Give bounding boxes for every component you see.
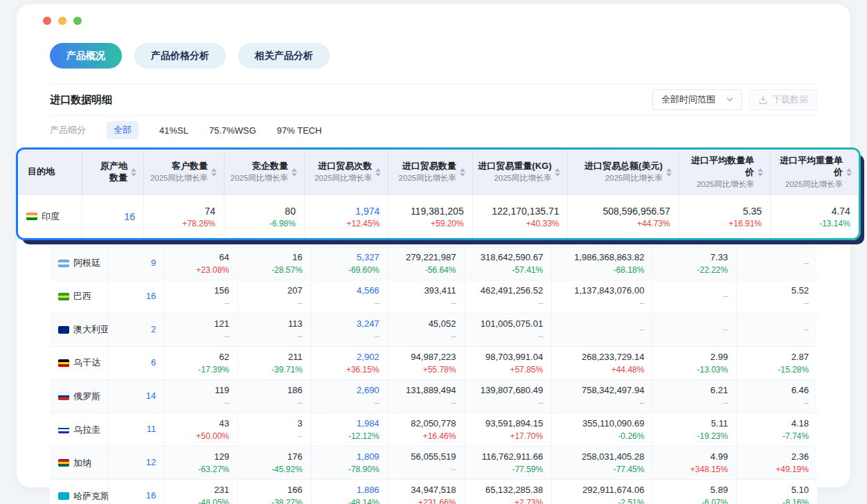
tab-1[interactable]: 产品概况 — [50, 43, 122, 69]
sort-asc-icon — [846, 168, 852, 172]
cell-value: 4.99 — [710, 451, 728, 464]
origin-count-link[interactable]: 16 — [146, 489, 156, 503]
cell-value: 211 — [288, 351, 303, 364]
tab-2[interactable]: 产品价格分析 — [134, 43, 226, 69]
column-header-text: 数量 — [100, 172, 127, 184]
trade-count-link[interactable]: 1,974 — [355, 204, 379, 218]
data-cell: 186– — [238, 380, 312, 413]
filter-option-1[interactable]: 全部 — [107, 121, 138, 139]
column-header-label: 原产地数量 — [100, 161, 127, 184]
app-window: 产品概况产品价格分析相关产品分析 进口数据明细 全部时间范围 下载数据 — [17, 4, 850, 487]
cell-value: 279,221,987 — [406, 251, 456, 264]
column-subheader-text: 2025同比增长率 — [399, 172, 456, 183]
destination-cell: 阿根廷 — [50, 247, 109, 280]
maximize-window-icon[interactable] — [73, 17, 82, 25]
trade-count-link[interactable]: 5,327 — [357, 251, 379, 264]
origin-count-link[interactable]: 6 — [151, 357, 156, 370]
trade-count-link[interactable]: 2,690 — [357, 384, 379, 397]
trade-count-link[interactable]: 2,902 — [357, 351, 379, 364]
data-cell: 113– — [238, 314, 312, 346]
minimize-window-icon[interactable] — [58, 17, 66, 25]
cell-change: +50.00% — [196, 431, 229, 442]
sort-icon[interactable] — [555, 168, 560, 177]
column-subheader-text: 2025同比增长率 — [683, 179, 754, 190]
cell-change: +16.91% — [729, 218, 762, 229]
sort-desc-icon — [758, 173, 763, 177]
sort-icon[interactable] — [758, 168, 763, 177]
filter-option-4[interactable]: 97% TECH — [277, 125, 322, 136]
data-cell: 65,132,285.38+2.73% — [465, 480, 552, 504]
data-cell: 45,052– — [388, 314, 465, 346]
close-window-icon[interactable] — [43, 17, 51, 25]
cell-value: 5.10 — [792, 484, 809, 497]
sort-asc-icon — [555, 168, 560, 172]
origin-count-link[interactable]: 11 — [147, 423, 157, 436]
trade-count-link[interactable]: 1,886 — [357, 484, 379, 497]
column-header-label: 进口平均重量单价2025同比增长率 — [775, 155, 843, 190]
flag-icon — [58, 426, 69, 433]
origin-count-cell: 14 — [109, 380, 165, 413]
origin-count-link[interactable]: 2 — [151, 323, 156, 336]
cell-change: -45.92% — [271, 464, 303, 475]
cell-change: -13.03% — [697, 364, 728, 375]
cell-value: 462,491,256.52 — [481, 285, 543, 298]
destination-cell: 澳大利亚 — [50, 314, 109, 346]
data-cell: 43+50.00% — [165, 413, 238, 446]
sort-icon[interactable] — [846, 168, 852, 177]
sort-icon[interactable] — [211, 168, 217, 177]
cell-change: -6.98% — [269, 218, 296, 229]
filter-option-3[interactable]: 75.7%WSG — [209, 125, 256, 136]
cell-value: 74 — [204, 204, 215, 218]
data-cell: 758,342,497.94– — [552, 380, 653, 413]
destination-cell: 巴西 — [50, 280, 109, 313]
origin-count-link[interactable]: 16 — [125, 210, 136, 224]
filter-option-2[interactable]: 41%SL — [159, 125, 188, 136]
trade-count-link[interactable]: 3,247 — [357, 318, 379, 331]
trade-count-link[interactable]: 1,984 — [357, 417, 379, 431]
table-row: 阿根廷964+23.08%16-28.57%5,327-69.60%279,22… — [50, 247, 817, 280]
data-cell: 1,809-78.90% — [312, 447, 388, 479]
column-subheader-text: 2025同比增长率 — [314, 172, 372, 183]
sort-icon[interactable] — [666, 168, 672, 177]
cell-value: 508,596,956.57 — [602, 204, 670, 218]
column-subheader-text: 2025同比增长率 — [231, 172, 288, 183]
flag-icon — [58, 393, 69, 400]
cell-change: – — [298, 397, 303, 408]
origin-count-link[interactable]: 9 — [151, 257, 156, 270]
data-cell: – — [653, 314, 737, 346]
tab-3[interactable]: 相关产品分析 — [238, 43, 330, 69]
data-cell: 207– — [238, 280, 312, 313]
sort-desc-icon — [131, 173, 136, 177]
sort-icon[interactable] — [292, 168, 297, 177]
cell-value: 101,005,075.01 — [481, 318, 543, 331]
column-header-text: 目的地 — [28, 166, 55, 178]
cell-value: 7.33 — [710, 251, 728, 264]
download-data-button[interactable]: 下载数据 — [749, 89, 817, 110]
cell-change: -28.57% — [271, 264, 303, 276]
sort-icon[interactable] — [460, 168, 465, 177]
cell-value: 5.11 — [711, 417, 728, 431]
origin-count-link[interactable]: 12 — [146, 456, 156, 469]
cell-change: – — [723, 291, 728, 302]
trade-count-link[interactable]: 1,809 — [357, 451, 379, 464]
cell-change: – — [452, 397, 456, 408]
sort-icon[interactable] — [375, 168, 381, 177]
cell-value: 121 — [214, 318, 229, 331]
origin-count-link[interactable]: 14 — [146, 390, 156, 403]
sort-desc-icon — [211, 173, 217, 177]
sort-icon[interactable] — [131, 168, 136, 177]
data-cell: 508,596,956.57+44.73% — [568, 195, 679, 238]
cell-value: 258,031,405.28 — [582, 451, 644, 464]
destination-cell: 哈萨克斯坦 — [50, 480, 109, 504]
flag-icon — [58, 293, 69, 300]
origin-count-link[interactable]: 16 — [146, 290, 156, 303]
sort-desc-icon — [846, 173, 852, 177]
cell-change: +23.08% — [196, 264, 229, 276]
country-name: 乌干达 — [73, 357, 100, 369]
tab-bar: 产品概况产品价格分析相关产品分析 — [50, 43, 817, 69]
cell-change: +55.78% — [423, 364, 456, 375]
time-range-select[interactable]: 全部时间范围 — [652, 89, 742, 110]
trade-count-link[interactable]: 4,566 — [357, 285, 379, 298]
data-cell: 16-28.57% — [238, 247, 312, 280]
flag-icon — [26, 213, 37, 220]
